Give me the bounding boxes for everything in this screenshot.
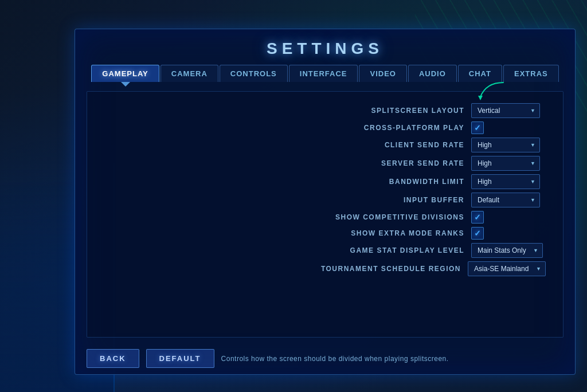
content-area: SPLITSCREEN LAYOUTVerticalHorizontalCROS… xyxy=(87,91,563,338)
setting-label-7: SHOW EXTRA MODE RANKS xyxy=(304,229,464,237)
dropdown-8[interactable]: Main Stats OnlyAll Stats xyxy=(471,243,543,258)
setting-label-2: CLIENT SEND RATE xyxy=(304,141,464,149)
setting-label-6: SHOW COMPETITIVE DIVISIONS xyxy=(304,213,464,221)
dropdown-9[interactable]: Asia-SE MainlandNorth AmericaEurope xyxy=(468,261,546,276)
dropdown-4[interactable]: HighMediumLow xyxy=(471,174,540,189)
tab-label-extras: EXTRAS xyxy=(514,69,548,78)
tab-label-chat: CHAT xyxy=(469,69,491,78)
default-button[interactable]: DEFAULT xyxy=(146,349,214,368)
dropdown-wrapper-9: Asia-SE MainlandNorth AmericaEurope xyxy=(468,261,546,276)
setting-control-5: DefaultLowHigh xyxy=(471,193,546,207)
dropdown-3[interactable]: HighMediumLow xyxy=(471,156,540,171)
tab-label-interface: INTERFACE xyxy=(300,69,347,78)
settings-row-1: CROSS-PLATFORM PLAY✓ xyxy=(104,121,546,134)
setting-label-9: TOURNAMENT SCHEDULE REGION xyxy=(300,265,461,273)
setting-control-7: ✓ xyxy=(471,227,546,240)
back-button[interactable]: BACK xyxy=(87,349,139,368)
setting-label-1: CROSS-PLATFORM PLAY xyxy=(304,124,464,132)
settings-row-2: CLIENT SEND RATEHighMediumLow xyxy=(104,138,546,152)
settings-panel: SETTINGS GAMEPLAYCAMERACONTROLSINTERFACE… xyxy=(75,29,576,375)
dropdown-wrapper-3: HighMediumLow xyxy=(471,156,540,171)
setting-control-6: ✓ xyxy=(471,211,546,224)
settings-row-0: SPLITSCREEN LAYOUTVerticalHorizontal xyxy=(104,103,546,118)
settings-row-5: INPUT BUFFERDefaultLowHigh xyxy=(104,193,546,207)
setting-control-2: HighMediumLow xyxy=(471,138,546,152)
dropdown-wrapper-4: HighMediumLow xyxy=(471,174,540,189)
arrow-indicator xyxy=(475,80,509,103)
settings-row-6: SHOW COMPETITIVE DIVISIONS✓ xyxy=(104,211,546,224)
tab-audio[interactable]: AUDIO xyxy=(408,65,457,82)
dropdown-5[interactable]: DefaultLowHigh xyxy=(471,193,540,207)
checkbox-check-7: ✓ xyxy=(474,229,481,238)
tab-camera[interactable]: CAMERA xyxy=(161,65,218,82)
svg-marker-0 xyxy=(478,96,483,100)
checkbox-6[interactable]: ✓ xyxy=(471,211,484,224)
setting-label-8: GAME STAT DISPLAY LEVEL xyxy=(304,246,464,254)
dropdown-wrapper-0: VerticalHorizontal xyxy=(471,103,540,118)
setting-label-4: BANDWIDTH LIMIT xyxy=(304,178,464,186)
dropdown-wrapper-8: Main Stats OnlyAll Stats xyxy=(471,243,543,258)
settings-row-8: GAME STAT DISPLAY LEVELMain Stats OnlyAl… xyxy=(104,243,546,258)
setting-label-0: SPLITSCREEN LAYOUT xyxy=(304,107,464,115)
setting-control-3: HighMediumLow xyxy=(471,156,546,171)
settings-title: SETTINGS xyxy=(75,29,575,65)
dropdown-0[interactable]: VerticalHorizontal xyxy=(471,103,540,118)
checkbox-check-6: ✓ xyxy=(474,213,481,222)
tab-video[interactable]: VIDEO xyxy=(359,65,406,82)
bottom-bar: BACK DEFAULT Controls how the screen sho… xyxy=(75,343,575,374)
hint-text: Controls how the screen should be divide… xyxy=(221,355,449,363)
tab-gameplay[interactable]: GAMEPLAY xyxy=(91,65,159,82)
checkbox-check-1: ✓ xyxy=(474,123,481,132)
setting-label-3: SERVER SEND RATE xyxy=(304,159,464,167)
setting-label-5: INPUT BUFFER xyxy=(304,196,464,204)
tab-label-video: VIDEO xyxy=(370,69,396,78)
dropdown-wrapper-2: HighMediumLow xyxy=(471,138,540,152)
tab-label-camera: CAMERA xyxy=(171,69,208,78)
tab-interface[interactable]: INTERFACE xyxy=(289,65,358,82)
tab-extras[interactable]: EXTRAS xyxy=(503,65,559,82)
tab-controls[interactable]: CONTROLS xyxy=(220,65,288,82)
dropdown-2[interactable]: HighMediumLow xyxy=(471,138,540,152)
tab-label-gameplay: GAMEPLAY xyxy=(102,69,148,78)
checkbox-7[interactable]: ✓ xyxy=(471,227,484,240)
settings-row-4: BANDWIDTH LIMITHighMediumLow xyxy=(104,174,546,189)
settings-row-9: TOURNAMENT SCHEDULE REGIONAsia-SE Mainla… xyxy=(104,261,546,276)
checkbox-1[interactable]: ✓ xyxy=(471,121,484,134)
setting-control-9: Asia-SE MainlandNorth AmericaEurope xyxy=(468,261,546,276)
setting-control-1: ✓ xyxy=(471,121,546,134)
setting-control-4: HighMediumLow xyxy=(471,174,546,189)
setting-control-0: VerticalHorizontal xyxy=(471,103,546,118)
settings-row-3: SERVER SEND RATEHighMediumLow xyxy=(104,156,546,171)
dropdown-wrapper-5: DefaultLowHigh xyxy=(471,193,540,207)
tab-label-audio: AUDIO xyxy=(419,69,446,78)
setting-control-8: Main Stats OnlyAll Stats xyxy=(471,243,546,258)
settings-row-7: SHOW EXTRA MODE RANKS✓ xyxy=(104,227,546,240)
tab-label-controls: CONTROLS xyxy=(230,69,277,78)
